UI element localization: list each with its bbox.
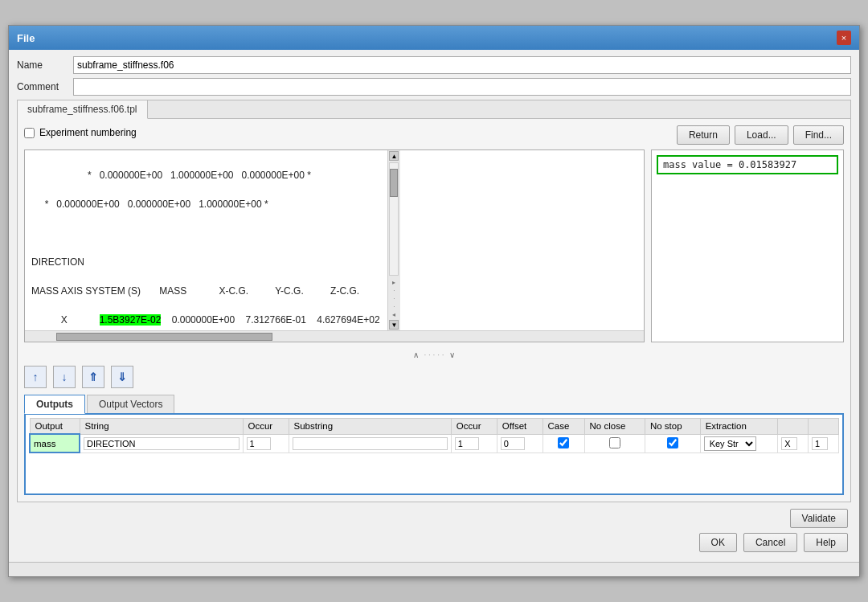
col11-input[interactable] [781,437,797,450]
no-stop-checkbox[interactable] [667,437,678,448]
experiment-label: Experiment numbering [39,127,137,138]
th-no-stop: No stop [645,419,700,435]
toolbar-buttons: Return Load... Find... [677,125,844,145]
collapse-arrows[interactable]: ▸ · · · ◂ [392,277,395,320]
return-button[interactable]: Return [677,125,730,145]
comment-input[interactable] [73,78,851,96]
close-button[interactable]: × [837,31,851,45]
outputs-table: Output String Occur Substring Occur Offs… [29,418,839,453]
load-button[interactable]: Load... [735,125,788,145]
tab-content: Experiment numbering Return Load... Find… [18,119,850,502]
ok-button[interactable]: OK [699,533,737,552]
find-button[interactable]: Find... [793,125,844,145]
table-header-row: Output String Occur Substring Occur Offs… [30,419,839,435]
cell-output: mass [30,434,80,453]
scroll-down-btn[interactable]: ▼ [389,320,399,330]
th-output: Output [30,419,80,435]
inner-tabs: Outputs Output Vectors [24,395,844,415]
arrow-buttons-row: ↑ ↓ ⇑ ⇓ [24,362,844,395]
file-content-area: * 0.000000E+00 1.000000E+00 0.000000E+00… [25,150,387,330]
title-bar: File × [9,26,859,50]
substring-input[interactable] [293,437,448,450]
name-row: Name [17,56,851,74]
name-input[interactable] [73,56,851,74]
tab-header: subframe_stiffness.f06.tpl [18,100,850,119]
cell-col12 [809,434,839,453]
main-area: * 0.000000E+00 1.000000E+00 0.000000E+00… [24,149,844,342]
th-occur: Occur [243,419,289,435]
experiment-row: Experiment numbering [24,127,137,138]
validate-button[interactable]: Validate [790,509,848,528]
window-title: File [17,32,35,44]
tab-container: subframe_stiffness.f06.tpl Experiment nu… [17,100,851,502]
main-window: File × Name Comment subframe_stiffness.f… [8,25,860,577]
occur2-input[interactable] [455,437,479,450]
file-tab[interactable]: subframe_stiffness.f06.tpl [18,100,148,119]
cell-no-close [584,434,645,453]
extraction-select[interactable]: Key Str Value Regex [704,436,756,451]
th-col11 [778,419,809,435]
th-substring: Substring [289,419,451,435]
cell-string [80,434,243,453]
col12-input[interactable] [812,437,828,450]
case-checkbox[interactable] [558,437,569,448]
cell-col11 [778,434,809,453]
status-bar [9,562,859,576]
cell-substring [289,434,451,453]
name-label: Name [17,59,73,71]
comment-label: Comment [17,81,73,92]
arrow-up-filled[interactable]: ↑ [24,366,47,388]
scroll-up-btn[interactable]: ▲ [389,151,399,161]
comment-row: Comment [17,78,851,96]
string-input[interactable] [84,437,239,450]
th-offset: Offset [497,419,542,435]
cancel-button[interactable]: Cancel [743,533,797,552]
cell-no-stop [645,434,700,453]
th-col12 [809,419,839,435]
vertical-scrollbar[interactable]: ▲ ▸ · · · ◂ [387,150,400,330]
arrow-up-outline[interactable]: ⇑ [82,366,104,388]
cell-offset [497,434,542,453]
th-occur2: Occur [451,419,497,435]
highlighted-value: 1.5B3927E-02 [100,314,162,326]
resize-divider[interactable]: ∧ · · · · · ∨ [24,347,844,362]
th-string: String [80,419,243,435]
experiment-checkbox[interactable] [24,128,35,138]
th-no-close: No close [584,419,645,435]
window-body: Name Comment subframe_stiffness.f06.tpl … [9,50,859,562]
th-extraction: Extraction [700,419,778,435]
side-panel-value: mass value = 0.01583927 [657,155,838,174]
cell-extraction: Key Str Value Regex [700,434,778,453]
arrow-down-filled[interactable]: ↓ [53,366,76,388]
scroll-thumb[interactable] [390,169,398,197]
h-scroll-thumb[interactable] [56,333,273,341]
help-button[interactable]: Help [804,533,848,552]
cell-case [542,434,584,453]
data-table-container: Output String Occur Substring Occur Offs… [24,415,844,495]
offset-input[interactable] [501,437,525,450]
table-row: mass [30,434,839,453]
th-case: Case [542,419,584,435]
scroll-track [389,162,399,276]
outputs-tab[interactable]: Outputs [24,395,85,414]
cell-occur2 [451,434,497,453]
no-close-checkbox[interactable] [609,437,620,448]
arrow-down-outline[interactable]: ⇓ [111,366,133,388]
occur-input[interactable] [247,437,271,450]
side-panel: mass value = 0.01583927 [651,149,844,342]
horizontal-scrollbar[interactable] [25,330,644,342]
output-vectors-tab[interactable]: Output Vectors [87,395,174,413]
cell-occur [243,434,289,453]
